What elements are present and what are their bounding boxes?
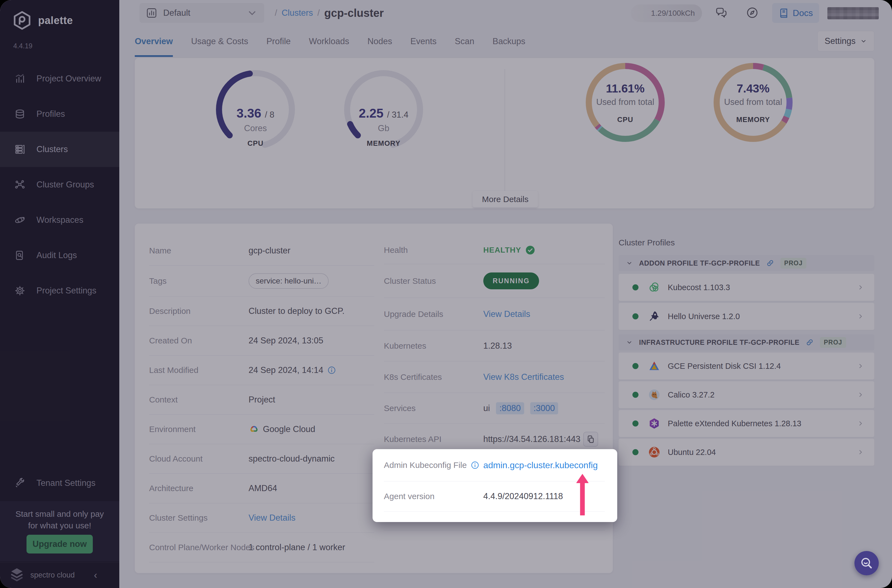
agent-version-label: Agent version bbox=[384, 492, 483, 501]
search-fab-button[interactable] bbox=[854, 551, 879, 575]
agent-version-value: 4.4.9/20240912.1118 bbox=[483, 491, 563, 501]
app-window: palette 4.4.19 Project Overview Profiles bbox=[0, 0, 892, 588]
search-icon bbox=[859, 556, 874, 570]
admin-kubeconfig-label: Admin Kubeconfig File bbox=[384, 460, 467, 470]
tour-arrow-up bbox=[576, 474, 589, 516]
admin-kubeconfig-download-link[interactable]: admin.gcp-cluster.kubeconfig bbox=[483, 460, 598, 470]
card-divider bbox=[384, 511, 605, 512]
info-icon[interactable] bbox=[471, 461, 479, 470]
